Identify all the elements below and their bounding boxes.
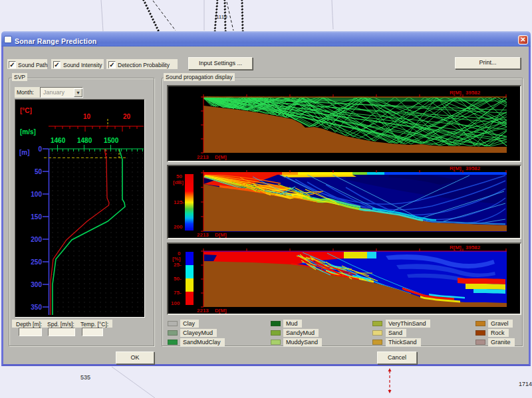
svg-text:535: 535 bbox=[80, 374, 90, 381]
svg-text:[m]: [m] bbox=[19, 149, 30, 156]
svg-text:20: 20 bbox=[123, 113, 131, 120]
svg-text:1119: 1119 bbox=[216, 14, 227, 20]
svg-text:D[M]: D[M] bbox=[215, 308, 227, 314]
svg-text:1460: 1460 bbox=[51, 137, 66, 144]
svg-text:2213: 2213 bbox=[197, 308, 209, 314]
svg-text:200: 200 bbox=[174, 224, 183, 230]
svg-text:R[M]: R[M] bbox=[450, 90, 462, 96]
svg-text:200: 200 bbox=[31, 236, 42, 243]
svg-text:1500: 1500 bbox=[104, 137, 119, 144]
svg-text:50: 50 bbox=[35, 168, 43, 175]
svg-text:300: 300 bbox=[31, 281, 42, 288]
svg-text:D[M]: D[M] bbox=[215, 154, 227, 160]
svg-text:2213: 2213 bbox=[197, 232, 209, 238]
svg-text:10: 10 bbox=[83, 113, 91, 120]
svg-text:0: 0 bbox=[38, 146, 42, 153]
svg-text:[%]: [%] bbox=[172, 256, 181, 262]
svg-text:250: 250 bbox=[31, 258, 42, 266]
svg-text:50: 50 bbox=[176, 173, 182, 179]
svg-text:50-: 50- bbox=[174, 276, 182, 282]
svg-text:39582: 39582 bbox=[466, 90, 481, 96]
svg-text:75-: 75- bbox=[174, 290, 182, 296]
svg-text:[dB]: [dB] bbox=[173, 179, 184, 185]
svg-text:350: 350 bbox=[31, 304, 42, 311]
svg-text:1714: 1714 bbox=[519, 381, 532, 387]
svg-text:D[M]: D[M] bbox=[215, 232, 227, 238]
svg-text:[°C]: [°C] bbox=[20, 107, 32, 114]
svg-text:R[M]: R[M] bbox=[450, 245, 462, 250]
svg-text:2213: 2213 bbox=[197, 154, 209, 160]
svg-text:150: 150 bbox=[31, 213, 42, 221]
svg-text:R[M]: R[M] bbox=[450, 166, 462, 171]
svg-text:125-: 125- bbox=[174, 199, 184, 205]
svg-text:100: 100 bbox=[171, 300, 180, 306]
svg-text:39582: 39582 bbox=[466, 245, 481, 250]
svg-text:[m/s]: [m/s] bbox=[20, 128, 36, 136]
svg-text:25-: 25- bbox=[174, 262, 182, 268]
svg-text:1480: 1480 bbox=[77, 137, 92, 144]
svg-text:39582: 39582 bbox=[466, 166, 481, 171]
svg-text:100: 100 bbox=[31, 191, 42, 198]
